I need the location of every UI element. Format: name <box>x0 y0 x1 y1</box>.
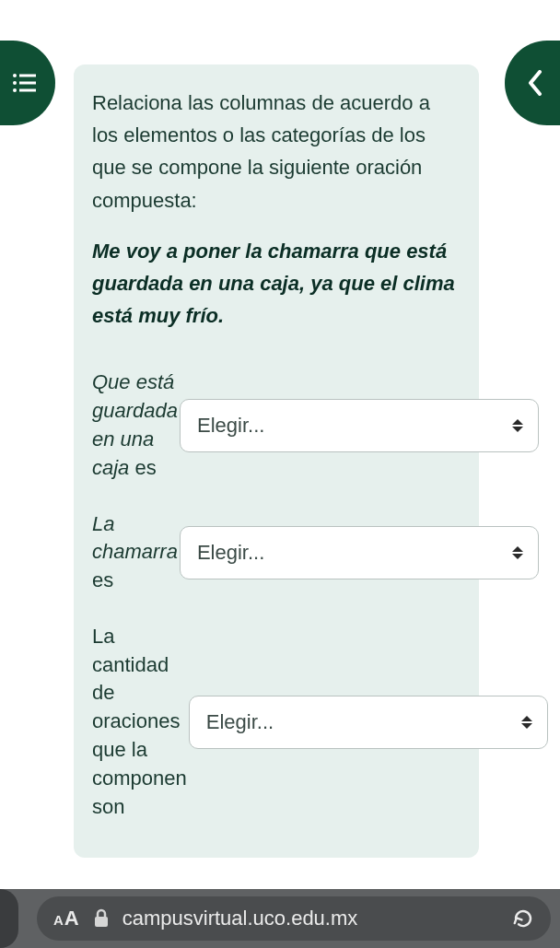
select-placeholder: Elegir... <box>206 710 274 734</box>
match-row: Que está guardada en una caja es Elegir.… <box>92 369 461 482</box>
select-wrap: Elegir... <box>194 696 548 749</box>
browser-bottom-bar: AA campusvirtual.uco.edu.mx <box>0 889 560 948</box>
drawer-toggle-button[interactable] <box>0 41 55 125</box>
match-label-italic: La chamarra <box>92 512 178 564</box>
select-placeholder: Elegir... <box>197 541 264 565</box>
svg-point-0 <box>13 74 17 77</box>
select-wrap: Elegir... <box>185 399 539 452</box>
list-icon <box>12 72 38 94</box>
answer-select-3[interactable]: Elegir... <box>189 696 548 749</box>
svg-rect-3 <box>19 82 36 85</box>
match-label-3: La cantidad de oraciones que la componen… <box>92 623 194 822</box>
bottom-bar-edge <box>0 889 18 948</box>
reload-icon[interactable] <box>512 907 534 930</box>
answer-select-1[interactable]: Elegir... <box>180 399 539 452</box>
svg-rect-5 <box>19 89 36 92</box>
svg-point-4 <box>13 88 17 92</box>
updown-icon <box>512 419 523 432</box>
svg-point-2 <box>13 81 17 85</box>
match-label-tail: La cantidad de oraciones que la componen… <box>92 625 187 818</box>
chevron-left-icon <box>527 70 543 96</box>
match-label-tail: es <box>92 568 113 591</box>
match-row: La cantidad de oraciones que la componen… <box>92 623 461 822</box>
lock-icon <box>93 908 110 929</box>
text-size-button[interactable]: AA <box>53 907 80 930</box>
svg-rect-1 <box>19 75 36 77</box>
question-sentence: Me voy a poner la chamarra que está guar… <box>92 235 461 333</box>
select-placeholder: Elegir... <box>197 414 264 438</box>
question-card: Relaciona las columnas de acuerdo a los … <box>74 64 479 858</box>
answer-select-2[interactable]: Elegir... <box>180 526 539 579</box>
updown-icon <box>512 546 523 559</box>
match-label-tail: es <box>129 456 156 479</box>
updown-icon <box>521 716 532 729</box>
select-wrap: Elegir... <box>185 526 539 579</box>
match-label-2: La chamarra es <box>92 510 185 595</box>
match-label-1: Que está guardada en una caja es <box>92 369 185 482</box>
address-bar[interactable]: AA campusvirtual.uco.edu.mx <box>37 896 551 941</box>
url-text: campusvirtual.uco.edu.mx <box>122 907 499 930</box>
svg-rect-6 <box>95 917 108 927</box>
page-background: Relaciona las columnas de acuerdo a los … <box>0 0 560 889</box>
next-button[interactable] <box>505 41 560 125</box>
question-instructions: Relaciona las columnas de acuerdo a los … <box>92 87 461 217</box>
match-row: La chamarra es Elegir... <box>92 510 461 595</box>
